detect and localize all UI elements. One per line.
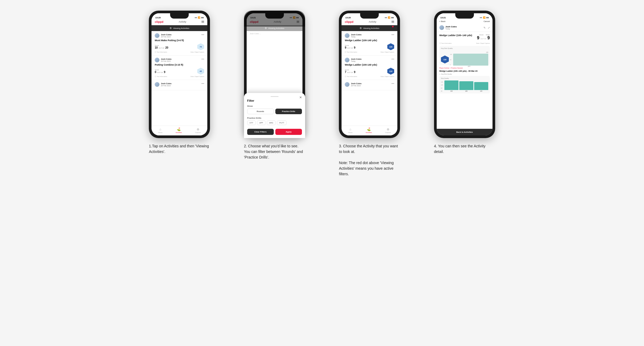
status-icons-3: ▪▪▪ 📶 84 xyxy=(385,16,394,19)
status-icons-4: ▪▪▪ 📶 84 xyxy=(480,16,489,19)
filter-modal: ✕ Filter Show Rounds Practice Drills Pra… xyxy=(247,93,302,135)
home-label-1: Home xyxy=(158,132,162,133)
time-3: 13:20 xyxy=(345,16,351,19)
score-value-3-1: 9 xyxy=(345,46,346,49)
home-icon-1: ⌂ xyxy=(159,127,161,131)
test-info-3-2: ⓘ Test Information xyxy=(345,76,357,78)
bar-fill-1 xyxy=(444,80,458,90)
bar-fill-2 xyxy=(459,81,473,90)
user-date-1: 28 Feb 2023 xyxy=(161,36,171,38)
avg-shot-quality-label: Avg Shot Quality xyxy=(441,48,488,49)
chip-putt[interactable]: PUTT xyxy=(277,121,287,125)
user-name-1: Josh Coles xyxy=(161,33,171,36)
score-value-1: 10 xyxy=(155,46,158,49)
shot-quality-3-2: 118 xyxy=(387,68,394,75)
chip-arg[interactable]: ARG xyxy=(267,121,276,125)
expand-icon[interactable]: ⤢ xyxy=(488,26,490,29)
nav-home-1[interactable]: ⌂ Home xyxy=(158,127,162,133)
activity-title-3-2: Wedge Ladder (100-140 yds) xyxy=(345,63,394,66)
user-date-3: 28 Feb 2023 xyxy=(161,85,171,87)
activities-icon-1: ⛳ xyxy=(177,127,181,131)
capture-label-1: Capture xyxy=(195,132,201,133)
detail-actions: ✎ ⤢ xyxy=(483,26,490,29)
shots-value-1: 20 xyxy=(165,46,168,49)
out-of-1: OUT OF xyxy=(158,47,165,49)
phone-2: 13:21 ▪▪▪ 📶 84 clippd Activity xyxy=(244,11,305,138)
phone-1-column: 13:20 ▪▪▪ 📶 84 clippd Activity xyxy=(136,11,223,155)
nav-home-3[interactable]: ⌂ Home xyxy=(348,127,352,133)
more-dots-3-1[interactable]: ••• xyxy=(392,33,394,36)
shots-value-2: 9 xyxy=(164,71,165,74)
phone-1-screen: 13:20 ▪▪▪ 📶 84 clippd Activity xyxy=(151,13,207,135)
phone-notch-3 xyxy=(360,13,379,19)
menu-icon-3[interactable] xyxy=(392,21,394,23)
test-info-2: ⓘ Test Information xyxy=(155,76,167,78)
clear-filters-button[interactable]: Clear Filters xyxy=(247,129,274,135)
bar-y-labels: 140 120 80 60 xyxy=(441,81,443,92)
bottom-nav-3: ⌂ Home ⛳ Activities ⊕ Capture xyxy=(342,126,397,135)
avatar-3-3 xyxy=(345,82,350,87)
chip-ott[interactable]: OTT xyxy=(247,121,256,125)
bar-fill-3 xyxy=(474,82,488,90)
avatar-3-2 xyxy=(345,58,350,62)
activity-card-1[interactable]: Josh Coles 28 Feb 2023 ••• Must Make Put… xyxy=(151,31,207,55)
nav-activities-1[interactable]: ⛳ Activities xyxy=(176,127,182,133)
back-to-activities-button[interactable]: Back to Activities xyxy=(437,129,493,135)
chip-app[interactable]: APP xyxy=(257,121,266,125)
avatar-4 xyxy=(439,25,444,30)
filter-icon-1: ⚙ xyxy=(170,27,172,29)
practice-drills-toggle[interactable]: Practice Drills xyxy=(275,109,302,114)
chart-bars: 100 50 0 xyxy=(450,54,488,66)
activity-card-3: Josh Coles 28 Feb 2023 ••• xyxy=(151,80,207,90)
cancel-button[interactable]: Cancel xyxy=(483,20,490,23)
home-icon-3: ⌂ xyxy=(349,127,351,131)
phone-2-screen: 13:21 ▪▪▪ 📶 84 clippd Activity xyxy=(247,13,302,135)
close-icon-modal[interactable]: ✕ xyxy=(299,96,302,99)
out-of-3-2: OUT OF xyxy=(347,72,353,73)
user-date-3-1: Today xyxy=(351,36,361,38)
phone-notch-1 xyxy=(170,13,189,19)
activity-card-3-2[interactable]: Josh Coles Today ••• Wedge Ladder (100-1… xyxy=(342,55,397,80)
shot-quality-3-1: 130 xyxy=(387,43,394,50)
viewing-banner-1[interactable]: ⚙ Viewing Activities xyxy=(151,25,207,31)
more-dots-3[interactable]: ••• xyxy=(201,82,204,85)
signal-icon-1: ▪▪▪ xyxy=(195,16,197,19)
more-dots-3-2[interactable]: ••• xyxy=(392,58,394,61)
wifi-icon-1: 📶 xyxy=(198,16,200,19)
nav-activities-3[interactable]: ⛳ Activities xyxy=(366,127,372,133)
logo-1: clippd xyxy=(155,20,163,23)
more-dots-2[interactable]: ••• xyxy=(201,58,204,61)
nav-capture-3[interactable]: ⊕ Capture xyxy=(385,127,391,133)
back-button[interactable]: < Back xyxy=(439,20,445,23)
out-of-2: OUT OF xyxy=(157,72,163,73)
capture-icon-3: ⊕ xyxy=(387,127,389,131)
score-value-2: 0 xyxy=(155,71,156,74)
rounds-toggle[interactable]: Rounds xyxy=(247,109,274,114)
session-title: Wedge Ladder (100–140 yds) - 06 Mar 23 xyxy=(439,70,490,72)
activity-card-2[interactable]: Josh Coles 28 Feb 2023 ••• Putting Combi… xyxy=(151,55,207,80)
edit-icon[interactable]: ✎ xyxy=(483,26,486,29)
detail-user-name: Josh Coles xyxy=(445,25,457,28)
nav-capture-1[interactable]: ⊕ Capture xyxy=(195,127,201,133)
red-dot-3 xyxy=(392,26,394,27)
detail-activity-title: Wedge Ladder (100–140 yds) xyxy=(439,34,472,37)
caption-4: 4. You can then see the Activity detail. xyxy=(434,143,495,155)
viewing-banner-3[interactable]: ⚙ Viewing Activities xyxy=(342,25,397,31)
apply-button[interactable]: Apply xyxy=(275,129,302,135)
time-4: 13:21 xyxy=(440,16,446,19)
data-source-1: Data: Clippd Capture xyxy=(191,51,204,53)
phone-4-screen: 13:21 ▪▪▪ 📶 84 < Back Cancel xyxy=(437,13,493,135)
more-dots-1[interactable]: ••• xyxy=(201,33,204,36)
filter-toggles: Rounds Practice Drills xyxy=(247,109,302,114)
activity-card-3-1[interactable]: Josh Coles Today ••• Wedge Ladder (100-1… xyxy=(342,31,397,55)
bar-value-3: 124 xyxy=(480,90,482,92)
phone-4: 13:21 ▪▪▪ 📶 84 < Back Cancel xyxy=(434,11,495,138)
avatar-1 xyxy=(155,33,159,38)
banner-text-2: Viewing Activities xyxy=(268,27,284,29)
more-dots-3-3[interactable]: ••• xyxy=(392,82,394,85)
bg-card-2: Josh Coles ... xyxy=(247,31,302,36)
chart-y-labels: 100 50 0 xyxy=(450,54,452,66)
status-icons-1: ▪▪▪ 📶 84 xyxy=(195,16,204,19)
menu-icon-1[interactable] xyxy=(201,21,204,23)
activity-title-3-1: Wedge Ladder (100-140 yds) xyxy=(345,39,394,42)
